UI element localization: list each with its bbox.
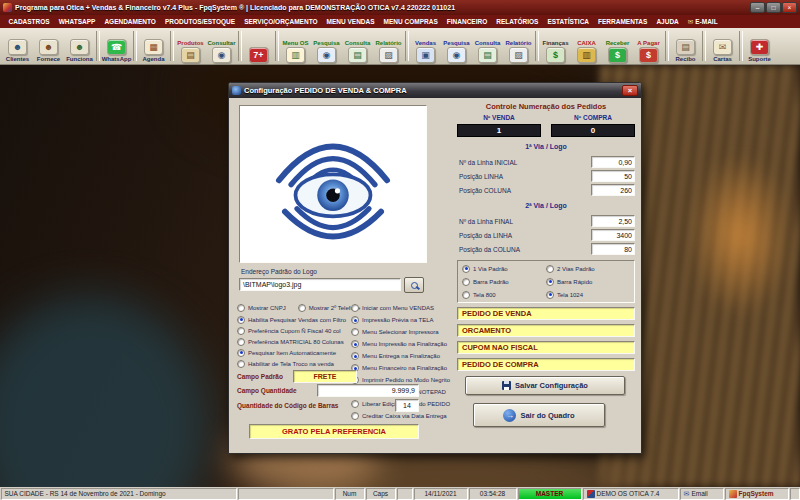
order-type-field[interactable]: CUPOM NAO FISCAL [457, 341, 635, 354]
toolbar-button[interactable] [665, 31, 669, 61]
radio-circle [462, 265, 470, 273]
toolbar-button-7plus[interactable]: 7+ [243, 29, 274, 63]
browse-logo-button[interactable] [404, 277, 424, 293]
setting-input[interactable]: 80 [591, 243, 635, 255]
radio-option[interactable]: 1 Via Padrão [462, 263, 546, 274]
checkbox-option[interactable]: Menu Impressão na Finalização [351, 338, 450, 350]
email-icon: ✉ [684, 490, 690, 498]
order-type-field[interactable]: ORCAMENTO [457, 324, 635, 337]
setting-input[interactable]: 0,90 [591, 156, 635, 168]
toolbar-button-whatsapp[interactable]: WhatsApp ☎ [101, 29, 132, 63]
menu-item[interactable]: ESTATÍSTICA [543, 18, 594, 25]
minimize-button[interactable]: – [750, 2, 765, 13]
checkbox-label: Menu Selecionar Impressora [362, 329, 439, 335]
checkbox-option[interactable]: Menu Financeiro na Finalização [351, 362, 450, 374]
checkbox-option[interactable]: Habilitar de Tela Troco na venda [237, 358, 346, 369]
toolbar-button[interactable] [739, 31, 743, 61]
checkbox-option[interactable]: Pesquisar Item Automaticamente [237, 347, 346, 358]
maximize-button[interactable]: □ [766, 2, 781, 13]
toolbar-button-label: Consulta [345, 39, 371, 47]
close-button[interactable]: × [782, 2, 797, 13]
toolbar-button[interactable] [170, 31, 174, 61]
left-options: Habilita Pesquisar Vendas com Filtro Pre… [237, 314, 346, 369]
radio-option[interactable]: Barra Padrão [462, 276, 546, 287]
checkbox-label: Iniciar com Menu VENDAS [362, 305, 434, 311]
menu-item[interactable]: AJUDA [652, 18, 683, 25]
toolbar-button-os-relatorio[interactable]: Relatório ▨ [373, 29, 404, 63]
toolbar-button[interactable] [238, 31, 242, 61]
toolbar-button-receber[interactable]: Receber $ [602, 29, 633, 63]
checkbox-option[interactable]: Iniciar com Menu VENDAS [351, 302, 450, 314]
toolbar-button-os-pesquisa[interactable]: Pesquisa ◉ [311, 29, 342, 63]
radio-option[interactable]: Tela 800 [462, 289, 546, 300]
toolbar-button-consultar[interactable]: Consultar ◉ [206, 29, 237, 63]
toolbar-button-caixa[interactable]: CAIXA ▥ [571, 29, 602, 63]
setting-input[interactable]: 2,50 [591, 215, 635, 227]
toolbar-button-produtos[interactable]: Produtos ▤ [175, 29, 206, 63]
setting-input[interactable]: 3400 [591, 229, 635, 241]
setting-input[interactable]: 260 [591, 184, 635, 196]
statusbar-email[interactable]: ✉ Email [680, 488, 724, 500]
menu-item[interactable]: AGENDAMENTO [100, 18, 161, 25]
toolbar-button-menu-os[interactable]: Menu OS ▥ [280, 29, 311, 63]
sale-number-value[interactable]: 1 [457, 124, 541, 137]
toolbar-button-os-consulta[interactable]: Consulta ▤ [342, 29, 373, 63]
logo-path-input[interactable]: \BITMAP\logo3.jpg [239, 278, 401, 291]
toolbar-button-label: Finanças [542, 39, 568, 47]
toolbar-button-a-pagar[interactable]: A Pagar $ [633, 29, 664, 63]
toolbar-button[interactable] [133, 31, 137, 61]
radio-option[interactable]: Tela 1024 [546, 289, 630, 300]
exit-dialog-button[interactable]: → Sair do Quadro [473, 403, 605, 427]
toolbar-button[interactable] [96, 31, 100, 61]
checkbox-option[interactable]: Mostrar CNPJ [237, 302, 286, 313]
employees-icon: ☻ [70, 39, 89, 55]
setting-input[interactable]: 50 [591, 170, 635, 182]
menu-item[interactable]: ✉ E-MAIL [683, 18, 722, 26]
checkbox-option[interactable]: Preferência MATRICIAL 80 Colunas [237, 336, 346, 347]
toolbar-button-recibo[interactable]: Recibo ▤ [670, 29, 701, 63]
setting-row: Posição COLUNA 260 [459, 183, 635, 197]
radio-option[interactable]: Barra Rápido [546, 276, 630, 287]
quantity-field-input[interactable]: 9.999,9 [317, 384, 419, 397]
toolbar-button-vendas-relatorio[interactable]: Relatório ▨ [503, 29, 534, 63]
purchase-number-value[interactable]: 0 [551, 124, 635, 137]
toolbar-button[interactable] [405, 31, 409, 61]
menu-item[interactable]: RELATÓRIOS [492, 18, 543, 25]
order-type-field[interactable]: PEDIDO DE COMPRA [457, 358, 635, 371]
toolbar-button-clientes[interactable]: Clientes ☻ [2, 29, 33, 63]
save-config-button[interactable]: Salvar Configuração [465, 376, 625, 395]
toolbar-button-funcionarios[interactable]: Funciona ☻ [64, 29, 95, 63]
menu-item[interactable]: FERRAMENTAS [594, 18, 652, 25]
toolbar-button-fornecedores[interactable]: Fornece ☻ [33, 29, 64, 63]
toolbar-button-vendas[interactable]: Vendas ▣ [410, 29, 441, 63]
toolbar-button[interactable] [702, 31, 706, 61]
menu-item[interactable]: MENU VENDAS [322, 18, 379, 25]
checkbox-option[interactable]: Menu Entrega na Finalização [351, 350, 450, 362]
radio-option[interactable]: 2 Vias Padrão [546, 263, 630, 274]
checkbox-option[interactable]: Impressão Prévia na TELA [351, 314, 450, 326]
toolbar-button-vendas-pesquisa[interactable]: Pesquisa ◉ [441, 29, 472, 63]
dialog-titlebar[interactable]: Configuração PEDIDO DE VENDA & COMPRA × [229, 83, 641, 98]
toolbar-button-cartas[interactable]: Cartas ✉ [707, 29, 738, 63]
menu-item[interactable]: CADASTROS [4, 18, 54, 25]
checkbox-option[interactable]: Habilita Pesquisar Vendas com Filtro [237, 314, 346, 325]
toolbar-button[interactable] [535, 31, 539, 61]
dialog-close-button[interactable]: × [622, 85, 638, 96]
menu-item[interactable]: WHATSAPP [54, 18, 100, 25]
menu-item[interactable]: PRODUTOS/ESTOQUE [160, 18, 239, 25]
toolbar-button-label: Agenda [142, 55, 164, 63]
checkbox-option[interactable]: Preferência Cupom Ñ Fiscal 40 col [237, 325, 346, 336]
menu-item[interactable]: SERVIÇO/ORÇAMENTO [240, 18, 322, 25]
barcode-length-input[interactable]: 14 [395, 399, 419, 412]
toolbar-button-financas[interactable]: Finanças $ [540, 29, 571, 63]
toolbar-button-agenda[interactable]: Agenda ▦ [138, 29, 169, 63]
toolbar-button-suporte[interactable]: Suporte ✚ [744, 29, 775, 63]
default-field-input[interactable]: FRETE [293, 370, 357, 383]
toolbar-button[interactable] [275, 31, 279, 61]
menu-item[interactable]: FINANCEIRO [442, 18, 491, 25]
order-type-field[interactable]: PEDIDO DE VENDA [457, 307, 635, 320]
menu-item[interactable]: MENU COMPRAS [379, 18, 442, 25]
checkbox-option[interactable]: Menu Selecionar Impressora [351, 326, 450, 338]
print-mode-options: 1 Via Padrão 2 Vias Padrão Barra Padrão … [457, 260, 635, 303]
toolbar-button-vendas-consulta[interactable]: Consulta ▤ [472, 29, 503, 63]
